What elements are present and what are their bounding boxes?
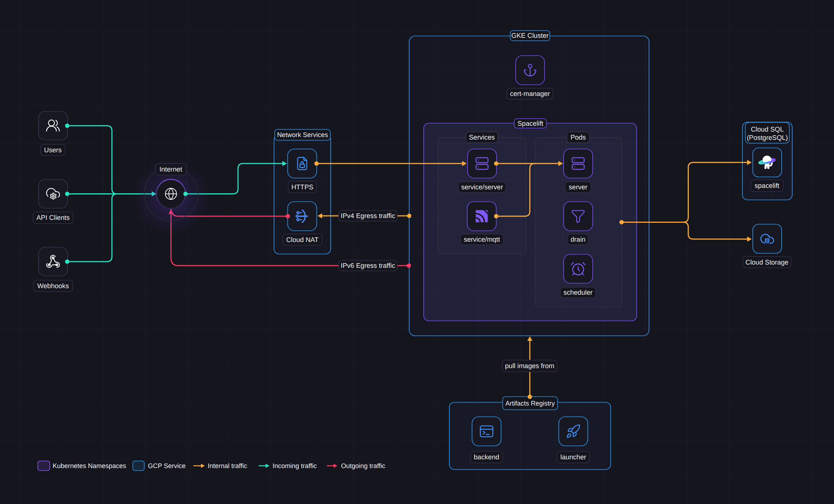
svg-text:IPv6 Egress traffic: IPv6 Egress traffic xyxy=(341,262,395,269)
svg-text:IPv4 Egress traffic: IPv4 Egress traffic xyxy=(341,212,395,219)
svg-text:server: server xyxy=(569,183,587,191)
svg-text:Cloud SQL: Cloud SQL xyxy=(751,125,784,133)
svg-text:Cloud NAT: Cloud NAT xyxy=(286,236,318,243)
svg-text:pull images from: pull images from xyxy=(505,362,555,370)
svg-text:Services: Services xyxy=(469,133,495,141)
svg-text:Pods: Pods xyxy=(571,133,586,141)
svg-text:drain: drain xyxy=(571,235,585,243)
svg-text:Cloud Storage: Cloud Storage xyxy=(745,258,788,266)
svg-text:cert-manager: cert-manager xyxy=(510,90,550,97)
svg-text:API Clients: API Clients xyxy=(36,214,70,221)
svg-text:(PostgreSQL): (PostgreSQL) xyxy=(747,134,788,141)
svg-text:Kubernetes Namespaces: Kubernetes Namespaces xyxy=(53,462,126,469)
svg-text:service/mqtt: service/mqtt xyxy=(464,235,500,243)
svg-text:Outgoing traffic: Outgoing traffic xyxy=(341,462,386,469)
svg-text:scheduler: scheduler xyxy=(563,289,592,296)
svg-text:Artifacts Registry: Artifacts Registry xyxy=(505,400,555,407)
svg-text:service/server: service/server xyxy=(461,183,503,191)
svg-text:HTTPS: HTTPS xyxy=(291,183,314,191)
svg-text:GCP Service: GCP Service xyxy=(148,462,186,469)
svg-text:Internet: Internet xyxy=(160,165,182,173)
svg-text:Users: Users xyxy=(44,146,61,154)
svg-text:backend: backend xyxy=(474,453,499,461)
svg-text:Internal traffic: Internal traffic xyxy=(208,462,247,469)
svg-text:Webhooks: Webhooks xyxy=(37,282,69,290)
svg-text:Spacelift: Spacelift xyxy=(517,120,543,127)
svg-text:Network Services: Network Services xyxy=(277,131,328,138)
svg-text:spacelift: spacelift xyxy=(755,182,779,189)
svg-text:launcher: launcher xyxy=(560,453,586,461)
svg-text:Incoming traffic: Incoming traffic xyxy=(273,462,317,469)
svg-text:GKE Cluster: GKE Cluster xyxy=(511,32,549,39)
